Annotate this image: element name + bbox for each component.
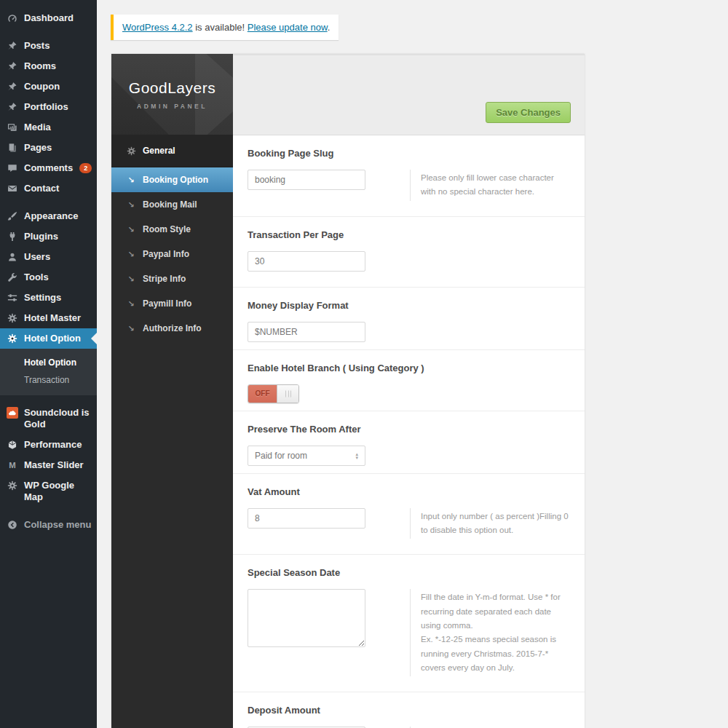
sidebar-entry-pages: Pages xyxy=(0,138,97,158)
field-control xyxy=(248,170,410,201)
sidebar-item-rooms[interactable]: Rooms xyxy=(0,56,97,76)
sidebar-item-soundcloud-is-gold[interactable]: Soundcloud is Gold xyxy=(0,403,97,435)
tab-booking-option[interactable]: ↘Booking Option xyxy=(111,167,233,192)
sidebar-entry-dashboard: Dashboard xyxy=(0,8,97,28)
sidebar-item-users[interactable]: Users xyxy=(0,247,97,267)
sidebar-item-performance[interactable]: Performance xyxy=(0,435,97,455)
tab-general[interactable]: General xyxy=(111,135,233,167)
sidebar-item-label: Master Slider xyxy=(24,459,84,471)
panel-nav-column: GoodLayers ADMIN PANEL General↘Booking O… xyxy=(111,54,233,728)
sidebar-submenu: Hotel OptionTransaction xyxy=(0,349,97,395)
toggle-off-label: OFF xyxy=(248,385,277,403)
field-control: Paid for room▴▾ xyxy=(248,446,410,466)
sidebar-entry-appearance: Appearance xyxy=(0,206,97,226)
sidebar-item-media[interactable]: Media xyxy=(0,117,97,138)
pushpin-icon xyxy=(7,101,18,113)
sidebar-item-label: Tools xyxy=(24,272,49,283)
settings-icon xyxy=(7,292,18,304)
update-notice: WordPress 4.2.2 is available! Please upd… xyxy=(111,15,339,40)
special-season-date-textarea[interactable] xyxy=(248,589,365,647)
sidebar-item-appearance[interactable]: Appearance xyxy=(0,206,97,226)
dashboard-icon xyxy=(7,12,18,24)
sidebar-item-hotel-master[interactable]: Hotel Master xyxy=(0,308,97,328)
tab-label: Paymill Info xyxy=(143,298,191,309)
tab-label: Authorize Info xyxy=(143,323,202,333)
tab-authorize-info[interactable]: ↘Authorize Info xyxy=(111,316,233,341)
field-control xyxy=(248,589,410,676)
sidebar-entry-wp-google-map: WP Google Map xyxy=(0,475,97,507)
transaction-per-page-input[interactable] xyxy=(248,251,365,272)
vat-amount-input[interactable] xyxy=(248,508,365,529)
media-icon xyxy=(7,122,18,133)
sidebar-item-comments[interactable]: Comments2 xyxy=(0,158,97,178)
tab-booking-mail[interactable]: ↘Booking Mail xyxy=(111,192,233,217)
field-row-special-season-date: Special Season DateFill the date in Y-m-… xyxy=(233,555,585,692)
arrow-icon: ↘ xyxy=(126,249,136,259)
arrow-icon: ↘ xyxy=(126,323,136,333)
money-display-format-input[interactable] xyxy=(248,322,365,342)
sidebar-item-pages[interactable]: Pages xyxy=(0,138,97,158)
sidebar-item-label: Pages xyxy=(24,142,52,154)
save-changes-button[interactable]: Save Changes xyxy=(486,102,571,123)
field-label: Transaction Per Page xyxy=(248,229,570,240)
field-row-vat-amount: Vat AmountInput only number ( as percent… xyxy=(233,474,585,555)
tab-label: Stripe Info xyxy=(143,274,186,284)
tab-label: General xyxy=(143,146,175,156)
sidebar-entry-rooms: Rooms xyxy=(0,56,97,76)
logo-subtitle: ADMIN PANEL xyxy=(137,103,207,110)
field-note: Fill the date in Y-m-d format. Use * for… xyxy=(410,589,570,676)
arrow-icon: ↘ xyxy=(126,274,136,284)
preserve-the-room-after-select[interactable]: Paid for room▴▾ xyxy=(248,446,365,466)
field-control xyxy=(248,508,410,539)
field-row-money-display-format: Money Display Format xyxy=(233,288,585,350)
sidebar-item-label: Dashboard xyxy=(24,12,74,24)
sidebar-entry-comments: Comments2 xyxy=(0,158,97,178)
tab-label: Room Style xyxy=(143,224,191,234)
field-label: Preserve The Room After xyxy=(248,424,570,435)
sidebar-entry-coupon: Coupon xyxy=(0,76,97,97)
sidebar-item-label: Performance xyxy=(24,439,82,451)
tab-paypal-info[interactable]: ↘Paypal Info xyxy=(111,242,233,266)
sidebar-item-wp-google-map[interactable]: WP Google Map xyxy=(0,475,97,507)
sidebar-item-tools[interactable]: Tools xyxy=(0,267,97,288)
sidebar-item-collapse-menu[interactable]: Collapse menu xyxy=(0,515,97,535)
tab-room-style[interactable]: ↘Room Style xyxy=(111,217,233,242)
sidebar-item-posts[interactable]: Posts xyxy=(0,36,97,56)
tab-label: Booking Option xyxy=(143,175,208,185)
sidebar-item-coupon[interactable]: Coupon xyxy=(0,76,97,97)
field-row-enable-hotel-branch-using-category: Enable Hotel Branch ( Using Category )OF… xyxy=(233,350,585,411)
sidebar-entry-posts: Posts xyxy=(0,36,97,56)
sidebar-item-contact[interactable]: Contact xyxy=(0,178,97,199)
tab-stripe-info[interactable]: ↘Stripe Info xyxy=(111,266,233,291)
sidebar-entry-media: Media xyxy=(0,117,97,138)
update-now-link[interactable]: Please update now xyxy=(248,22,328,33)
svg-text:M: M xyxy=(9,461,15,470)
users-icon xyxy=(7,251,18,263)
sidebar-item-master-slider[interactable]: MMaster Slider xyxy=(0,455,97,475)
sidebar-item-portfolios[interactable]: Portfolios xyxy=(0,97,97,117)
gear-icon xyxy=(7,312,18,324)
sidebar-item-settings[interactable]: Settings xyxy=(0,288,97,308)
booking-page-slug-input[interactable] xyxy=(248,170,365,190)
submenu-item-hotel-option[interactable]: Hotel Option xyxy=(0,354,97,371)
submenu-item-transaction[interactable]: Transaction xyxy=(0,371,97,389)
field-label: Vat Amount xyxy=(248,486,570,497)
field-label: Special Season Date xyxy=(248,567,570,578)
field-note: Please only fill lower case character wi… xyxy=(410,170,570,201)
sidebar-item-label: Users xyxy=(24,251,50,263)
enable-hotel-branch-using-category-toggle[interactable]: OFF xyxy=(248,384,299,403)
panel-content: Save Changes Booking Page SlugPlease onl… xyxy=(233,54,585,728)
goodlayers-logo: GoodLayers ADMIN PANEL xyxy=(111,54,233,135)
tab-paymill-info[interactable]: ↘Paymill Info xyxy=(111,291,233,316)
sidebar-item-hotel-option[interactable]: Hotel Option xyxy=(0,328,97,349)
wordpress-version-link[interactable]: WordPress 4.2.2 xyxy=(122,22,193,33)
sidebar-item-dashboard[interactable]: Dashboard xyxy=(0,8,97,28)
sidebar-item-plugins[interactable]: Plugins xyxy=(0,226,97,247)
sidebar-entry-hotel-option: Hotel OptionHotel OptionTransaction xyxy=(0,328,97,395)
field-row-booking-page-slug: Booking Page SlugPlease only fill lower … xyxy=(233,135,585,217)
arrow-icon: ↘ xyxy=(126,224,136,234)
sidebar-item-label: Hotel Master xyxy=(24,312,81,324)
sidebar-item-label: Coupon xyxy=(24,81,60,92)
sidebar-entry-portfolios: Portfolios xyxy=(0,97,97,117)
sidebar-item-label: Collapse menu xyxy=(24,519,91,531)
